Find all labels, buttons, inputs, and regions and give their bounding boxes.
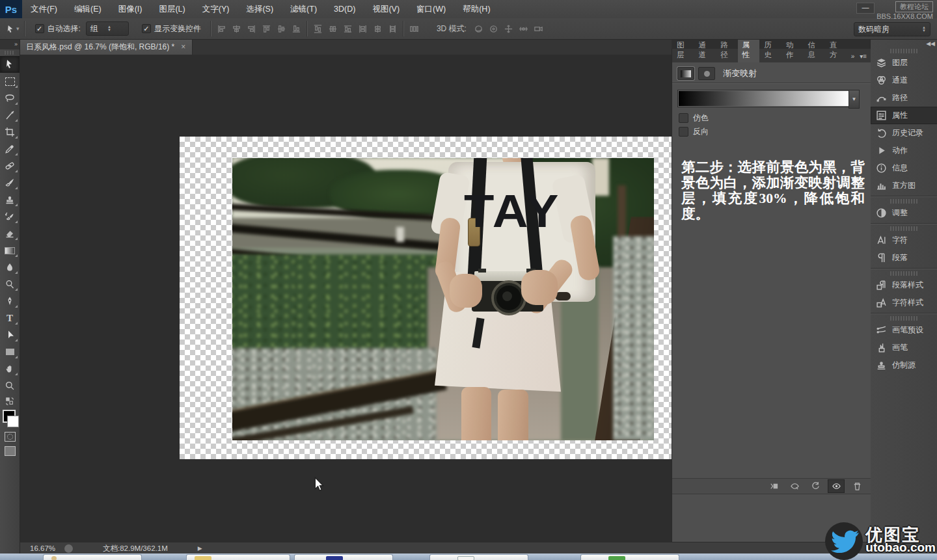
3d-roll-icon[interactable] bbox=[488, 23, 499, 34]
tab-info[interactable]: 信息 bbox=[803, 38, 825, 62]
gradient-tool[interactable] bbox=[0, 242, 20, 259]
menu-type[interactable]: 文字(Y) bbox=[194, 0, 238, 18]
tab-channels[interactable]: 通道 bbox=[694, 38, 716, 62]
spot-healing-brush-tool[interactable] bbox=[0, 157, 20, 174]
distribute-right-icon[interactable] bbox=[387, 23, 398, 34]
menu-image[interactable]: 图像(I) bbox=[110, 0, 151, 18]
tab-paths[interactable]: 路径 bbox=[716, 38, 738, 62]
rectangle-tool[interactable] bbox=[0, 343, 20, 360]
background-color-swatch[interactable] bbox=[7, 416, 19, 427]
align-top-icon[interactable] bbox=[261, 23, 272, 34]
eyedropper-tool[interactable] bbox=[0, 140, 20, 157]
menu-view[interactable]: 视图(V) bbox=[364, 0, 408, 18]
clone-stamp-tool[interactable] bbox=[0, 191, 20, 208]
dock-item-character[interactable]: 字符 bbox=[871, 232, 937, 249]
dock-item-info[interactable]: 信息 bbox=[871, 159, 937, 177]
taskbar-button[interactable] bbox=[186, 554, 290, 560]
align-hcenter-icon[interactable] bbox=[231, 23, 242, 34]
show-transform-checkbox[interactable]: ✓ bbox=[142, 24, 151, 33]
dither-checkbox[interactable] bbox=[679, 113, 688, 123]
eraser-tool[interactable] bbox=[0, 225, 20, 242]
document-image[interactable]: TAY bbox=[232, 158, 654, 440]
auto-select-checkbox[interactable]: ✓ bbox=[35, 24, 44, 33]
pen-tool[interactable] bbox=[0, 293, 20, 310]
dock-item-properties[interactable]: 属性 bbox=[871, 107, 937, 124]
panel-expand-icon[interactable]: » bbox=[851, 53, 855, 60]
dock-grip[interactable] bbox=[890, 271, 918, 276]
reset-icon[interactable] bbox=[807, 479, 824, 493]
taskbar-button[interactable] bbox=[43, 554, 142, 560]
menu-file[interactable]: 文件(F) bbox=[22, 0, 66, 18]
menu-edit[interactable]: 编辑(E) bbox=[66, 0, 110, 18]
distribute-spacing-icon[interactable] bbox=[409, 23, 420, 34]
tab-properties[interactable]: 属性 bbox=[738, 38, 760, 62]
dock-grip[interactable] bbox=[890, 49, 918, 53]
menu-window[interactable]: 窗口(W) bbox=[408, 0, 454, 18]
layer-mask-icon[interactable] bbox=[698, 67, 715, 80]
tab-layers[interactable]: 图层 bbox=[672, 38, 694, 62]
dock-item-clone-source[interactable]: 仿制源 bbox=[871, 356, 937, 374]
tool-preset-arrow-icon[interactable]: ▾ bbox=[16, 25, 20, 32]
tab-history[interactable]: 历史 bbox=[759, 38, 781, 62]
rectangular-marquee-tool[interactable] bbox=[0, 73, 20, 90]
menu-help[interactable]: 帮助(H) bbox=[454, 0, 498, 18]
view-previous-state-icon[interactable] bbox=[786, 479, 803, 493]
distribute-hcenter-icon[interactable] bbox=[372, 23, 383, 34]
distribute-left-icon[interactable] bbox=[357, 23, 368, 34]
distribute-top-icon[interactable] bbox=[312, 23, 323, 34]
dock-grip[interactable] bbox=[890, 316, 918, 321]
zoom-tool[interactable] bbox=[0, 377, 20, 394]
history-brush-tool[interactable] bbox=[0, 208, 20, 225]
dodge-tool[interactable] bbox=[0, 276, 20, 293]
tab-histogram[interactable]: 直方 bbox=[825, 38, 847, 62]
toolbar-grip[interactable] bbox=[5, 51, 15, 55]
toolbar-collapse-icon[interactable]: » bbox=[0, 39, 20, 49]
zoom-level[interactable]: 16.67% bbox=[30, 544, 55, 552]
hand-tool[interactable] bbox=[0, 360, 20, 377]
swap-colors-icon[interactable] bbox=[0, 394, 20, 408]
menu-filter[interactable]: 滤镜(T) bbox=[282, 0, 325, 18]
status-expand-icon[interactable]: ▶ bbox=[198, 545, 202, 552]
lasso-tool[interactable] bbox=[0, 90, 20, 107]
dock-collapse-icon[interactable]: ◀◀ bbox=[871, 39, 937, 47]
distribute-bottom-icon[interactable] bbox=[342, 23, 353, 34]
menu-3d[interactable]: 3D(D) bbox=[325, 0, 364, 18]
gradient-map-icon[interactable] bbox=[677, 67, 694, 80]
gradient-preview[interactable] bbox=[677, 90, 850, 107]
crop-tool[interactable] bbox=[0, 124, 20, 140]
dock-item-brush-presets[interactable]: 画笔预设 bbox=[871, 321, 937, 339]
workspace-dropdown[interactable]: 数码暗房 ▲▼ bbox=[854, 22, 930, 36]
visibility-eye-icon[interactable] bbox=[828, 479, 845, 493]
align-vcenter-icon[interactable] bbox=[276, 23, 287, 34]
gradient-dropdown-icon[interactable]: ▼ bbox=[849, 90, 860, 109]
delete-trash-icon[interactable] bbox=[849, 479, 865, 493]
color-swatches[interactable] bbox=[0, 410, 20, 429]
move-tool-preset-icon[interactable] bbox=[5, 23, 16, 34]
dock-grip[interactable] bbox=[890, 199, 918, 204]
quick-mask-icon[interactable] bbox=[0, 429, 20, 444]
3d-camera-icon[interactable] bbox=[533, 23, 544, 34]
menu-layer[interactable]: 图层(L) bbox=[150, 0, 193, 18]
reverse-checkbox[interactable] bbox=[679, 127, 688, 137]
type-tool[interactable]: T bbox=[0, 310, 20, 327]
dock-item-channels[interactable]: 通道 bbox=[871, 72, 937, 89]
dock-item-brush[interactable]: 画笔 bbox=[871, 339, 937, 356]
3d-rotate-icon[interactable] bbox=[473, 23, 484, 34]
align-left-icon[interactable] bbox=[216, 23, 227, 34]
distribute-vcenter-icon[interactable] bbox=[327, 23, 338, 34]
3d-pan-icon[interactable] bbox=[503, 23, 514, 34]
auto-select-dropdown[interactable]: 组 ▲▼ bbox=[86, 21, 129, 36]
brush-tool[interactable] bbox=[0, 174, 20, 191]
blur-tool[interactable] bbox=[0, 259, 20, 276]
clip-to-layer-icon[interactable] bbox=[765, 479, 782, 493]
dock-item-actions[interactable]: 动作 bbox=[871, 142, 937, 159]
taskbar-button[interactable] bbox=[580, 554, 679, 560]
quick-selection-tool[interactable] bbox=[0, 107, 20, 124]
dock-item-paths[interactable]: 路径 bbox=[871, 89, 937, 107]
path-selection-tool[interactable] bbox=[0, 327, 20, 343]
screen-mode-icon[interactable] bbox=[0, 444, 20, 458]
dock-item-histogram[interactable]: 直方图 bbox=[871, 177, 937, 194]
align-right-icon[interactable] bbox=[246, 23, 257, 34]
dock-item-paragraph[interactable]: 段落 bbox=[871, 249, 937, 267]
document-tab[interactable]: 日系风格.psd @ 16.7% (降饱和, RGB/16) * × bbox=[20, 39, 193, 55]
